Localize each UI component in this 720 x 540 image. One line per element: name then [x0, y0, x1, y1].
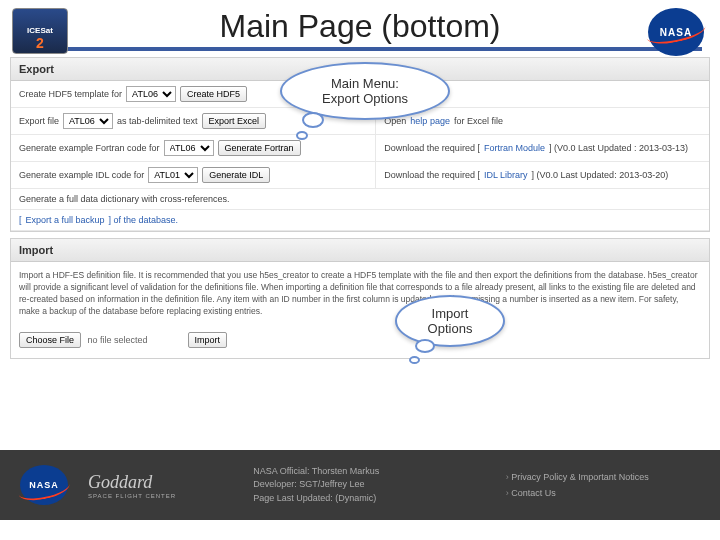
fortran-module-link[interactable]: Fortran Module — [484, 143, 545, 153]
export-file-label: Export file — [19, 116, 59, 126]
no-file-label: no file selected — [88, 335, 148, 345]
create-hdf5-label: Create HDF5 template for — [19, 89, 122, 99]
privacy-link[interactable]: Privacy Policy & Important Notices — [506, 469, 700, 485]
page-title: Main Page (bottom) — [219, 8, 500, 45]
callout-export: Main Menu: Export Options — [280, 62, 450, 120]
export-excel-button[interactable]: Export Excel — [202, 113, 267, 129]
gen-idl-select[interactable]: ATL01 — [148, 167, 198, 183]
nasa-logo: NASA — [648, 8, 708, 58]
page-footer: NASA Goddard SPACE FLIGHT CENTER NASA Of… — [0, 450, 720, 520]
goddard-logo: Goddard SPACE FLIGHT CENTER — [88, 472, 176, 499]
create-hdf5-select[interactable]: ATL06 — [126, 86, 176, 102]
choose-file-button[interactable]: Choose File — [19, 332, 81, 348]
gen-fortran-select[interactable]: ATL06 — [164, 140, 214, 156]
import-heading: Import — [11, 239, 709, 262]
gen-fortran-label: Generate example Fortran code for — [19, 143, 160, 153]
idl-library-link[interactable]: IDL Library — [484, 170, 528, 180]
import-description: Import a HDF-ES definition file. It is r… — [11, 262, 709, 326]
import-button[interactable]: Import — [188, 332, 228, 348]
export-file-select[interactable]: ATL06 — [63, 113, 113, 129]
export-backup-link[interactable]: Export a full backup — [26, 215, 105, 225]
data-dictionary-label: Generate a full data dictionary with cro… — [11, 189, 709, 209]
footer-nasa-logo: NASA — [20, 465, 68, 505]
create-hdf5-button[interactable]: Create HDF5 — [180, 86, 247, 102]
help-page-link[interactable]: help page — [410, 116, 450, 126]
callout-import: Import Options — [395, 295, 505, 347]
import-panel: Import Import a HDF-ES definition file. … — [10, 238, 710, 359]
gen-fortran-button[interactable]: Generate Fortran — [218, 140, 301, 156]
gen-idl-label: Generate example IDL code for — [19, 170, 144, 180]
footer-info: NASA Official: Thorsten Markus Developer… — [253, 465, 506, 506]
gen-idl-button[interactable]: Generate IDL — [202, 167, 270, 183]
contact-link[interactable]: Contact Us — [506, 485, 700, 501]
icesat2-logo: ICESat2 — [12, 8, 70, 56]
header-rule — [18, 47, 702, 51]
